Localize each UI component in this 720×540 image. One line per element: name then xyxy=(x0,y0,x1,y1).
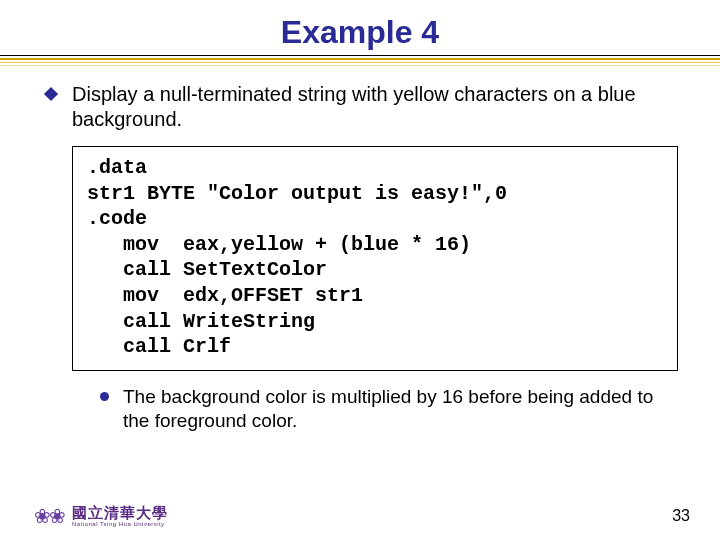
sub-bullet-text: The background color is multiplied by 16… xyxy=(123,385,678,433)
slide-title: Example 4 xyxy=(0,14,720,51)
page-number: 33 xyxy=(672,507,690,525)
logo-chinese: 國立清華大學 xyxy=(72,505,168,520)
code-block: .data str1 BYTE "Color output is easy!",… xyxy=(72,146,678,371)
logo-text: 國立清華大學 National Tsing Hua University xyxy=(72,505,168,527)
main-bullet: Display a null-terminated string with ye… xyxy=(42,82,678,132)
diamond-bullet-icon xyxy=(44,87,58,101)
sub-bullet: The background color is multiplied by 16… xyxy=(100,385,678,433)
logo-mark-icon: ❀❀ xyxy=(34,504,64,528)
logo-english: National Tsing Hua University xyxy=(72,521,168,527)
university-logo: ❀❀ 國立清華大學 National Tsing Hua University xyxy=(34,504,168,528)
main-bullet-text: Display a null-terminated string with ye… xyxy=(72,82,678,132)
title-divider xyxy=(0,55,720,66)
slide-footer: ❀❀ 國立清華大學 National Tsing Hua University … xyxy=(0,504,720,528)
disc-bullet-icon xyxy=(100,392,109,401)
slide-content: Display a null-terminated string with ye… xyxy=(0,82,720,432)
